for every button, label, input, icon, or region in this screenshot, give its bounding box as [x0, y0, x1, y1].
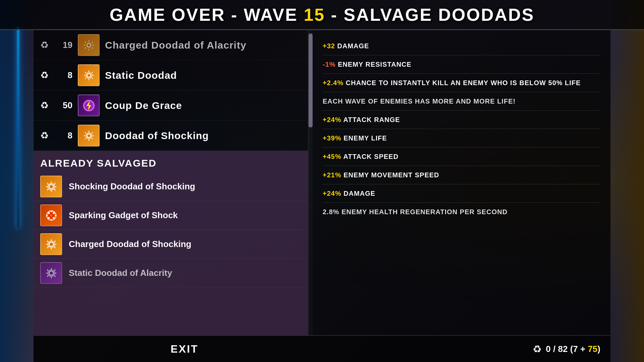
- salvage-current-value: 0: [546, 344, 550, 354]
- stat-row-attack-range: +24% ATTACK RANGE: [323, 111, 600, 129]
- stat-row-resistance: -1% ENEMY RESISTANCE: [323, 55, 600, 74]
- stat-text: +45% ATTACK SPEED: [323, 152, 600, 161]
- flash-icon: [78, 95, 99, 116]
- stat-label: ENEMY LIFE: [341, 134, 387, 142]
- stat-text: +32 DAMAGE: [323, 42, 600, 50]
- recycle-icon: ♻: [40, 40, 52, 51]
- salvaged-item: Shocking Doodad of Shocking: [34, 172, 308, 201]
- stat-row-wave-life: EACH WAVE OF ENEMIES HAS MORE AND MORE L…: [323, 92, 600, 111]
- salvaged-item: Static Doodad of Alacrity: [34, 259, 308, 288]
- svg-point-16: [50, 214, 53, 217]
- svg-point-17: [48, 212, 50, 214]
- scrollbar[interactable]: [309, 30, 313, 335]
- header-title: GAME OVER - WAVE 15 - SALVAGE DOODADS: [110, 5, 535, 25]
- stat-value: +32: [323, 42, 335, 50]
- stat-label: ENEMY RESISTANCE: [336, 61, 412, 68]
- salvage-base: (7 +: [570, 344, 588, 354]
- stats-panel: +32 DAMAGE -1% ENEMY RESISTANCE +2.4% CH…: [313, 30, 610, 335]
- stat-row-attack-speed: +45% ATTACK SPEED: [323, 147, 600, 166]
- stat-label: ENEMY HEALTH REGENERATION PER SECOND: [339, 208, 508, 216]
- lightning-effect: [17, 27, 19, 228]
- stat-text: +24% ATTACK RANGE: [323, 115, 600, 124]
- stat-row-health-regen: 2.8% ENEMY HEALTH REGENERATION PER SECON…: [323, 203, 600, 221]
- item-count: 8: [57, 70, 72, 80]
- gear-icon: [78, 65, 99, 85]
- svg-point-26: [50, 243, 53, 246]
- stat-text: +2.4% CHANCE TO INSTANTLY KILL AN ENEMY …: [323, 78, 600, 87]
- salvaged-icon: [40, 233, 62, 255]
- salvage-current: 0 / 82 (7 + 75): [546, 344, 600, 354]
- svg-point-21: [50, 210, 52, 212]
- stat-text: EACH WAVE OF ENEMIES HAS MORE AND MORE L…: [323, 97, 600, 106]
- svg-point-23: [46, 215, 48, 216]
- stat-text: +21% ENEMY MOVEMENT SPEED: [323, 171, 600, 179]
- stat-label: ATTACK RANGE: [341, 116, 400, 123]
- stat-value: +24%: [323, 116, 341, 123]
- salvage-close: ): [597, 344, 600, 354]
- main-content: ♻ 19: [34, 30, 610, 335]
- stat-value: +24%: [323, 190, 341, 197]
- stat-text: 2.8% ENEMY HEALTH REGENERATION PER SECON…: [323, 207, 600, 216]
- salvage-item[interactable]: ♻ 8: [34, 60, 308, 90]
- svg-point-1: [88, 44, 90, 47]
- salvage-item[interactable]: ♻ 19: [34, 30, 308, 60]
- salvage-total: 82: [558, 344, 568, 354]
- item-name: Coup De Grace: [105, 100, 182, 111]
- stat-value: +45%: [323, 153, 341, 160]
- stat-row-damage1: +32 DAMAGE: [323, 37, 600, 55]
- item-count: 8: [57, 130, 72, 141]
- salvage-separator: /: [551, 344, 558, 354]
- stat-value: +2.4%: [323, 79, 343, 86]
- stat-label: ATTACK SPEED: [341, 153, 398, 160]
- salvage-bonus: 75: [588, 344, 597, 354]
- stat-value: 2.8%: [323, 208, 339, 216]
- stat-text: +39% ENEMY LIFE: [323, 134, 600, 142]
- item-icon: [78, 95, 100, 116]
- stat-value: +39%: [323, 134, 341, 142]
- recycle-icon-footer: ♻: [533, 343, 542, 355]
- salvaged-item-name: Static Doodad of Alacrity: [69, 268, 172, 278]
- stat-row-enemy-life: +39% ENEMY LIFE: [323, 129, 600, 147]
- svg-point-9: [88, 134, 90, 137]
- scroll-thumb[interactable]: [309, 34, 313, 127]
- stat-label: CHANCE TO INSTANTLY KILL AN ENEMY WHO IS…: [343, 79, 581, 86]
- footer-salvage-count: ♻ 0 / 82 (7 + 75): [335, 343, 610, 355]
- svg-point-3: [88, 74, 90, 77]
- stat-label: ENEMY MOVEMENT SPEED: [341, 171, 439, 179]
- item-icon: [78, 64, 100, 86]
- header: GAME OVER - WAVE 15 - SALVAGE DOODADS: [0, 0, 644, 30]
- salvaged-item-name: Shocking Doodad of Shocking: [69, 181, 195, 192]
- title-part2: - SALVAGE DOODADS: [325, 5, 534, 24]
- stat-label: DAMAGE: [341, 190, 375, 197]
- item-name: Static Doodad: [105, 70, 177, 81]
- salvage-item-coup-de-grace[interactable]: ♻ 50 Coup De Grace: [34, 90, 308, 121]
- salvaged-item-name: Charged Doodad of Shocking: [69, 239, 191, 249]
- salvaged-icon: [40, 204, 62, 226]
- wave-number: 15: [304, 5, 325, 24]
- salvaged-icon: [40, 176, 62, 197]
- stat-row-move-speed: +21% ENEMY MOVEMENT SPEED: [323, 166, 600, 184]
- footer: EXIT ♻ 0 / 82 (7 + 75): [34, 335, 610, 362]
- exit-label: EXIT: [170, 343, 198, 355]
- title-part1: GAME OVER - WAVE: [110, 5, 304, 24]
- gear-icon: [78, 35, 99, 55]
- stat-text: +24% DAMAGE: [323, 189, 600, 198]
- recycle-icon: ♻: [40, 130, 52, 141]
- item-count: 50: [57, 100, 72, 111]
- gear-icon: [78, 125, 99, 146]
- stat-label: DAMAGE: [335, 42, 369, 50]
- already-salvaged-section: ALREADY SALVAGED: [34, 151, 308, 335]
- stat-value: -1%: [323, 61, 336, 68]
- recycle-icon: ♻: [40, 70, 52, 81]
- left-panel: ♻ 19: [34, 30, 309, 335]
- stat-row-damage2: +24% DAMAGE: [323, 184, 600, 203]
- svg-point-19: [48, 217, 50, 219]
- item-name: Doodad of Shocking: [105, 130, 209, 141]
- item-name: Charged Doodad of Alacrity: [105, 40, 247, 51]
- item-icon: [78, 125, 100, 146]
- stat-text: -1% ENEMY RESISTANCE: [323, 60, 600, 69]
- stat-row-instakill: +2.4% CHANCE TO INSTANTLY KILL AN ENEMY …: [323, 74, 600, 92]
- salvage-item[interactable]: ♻ 8: [34, 121, 308, 151]
- exit-button[interactable]: EXIT: [34, 343, 335, 355]
- svg-point-24: [55, 215, 56, 216]
